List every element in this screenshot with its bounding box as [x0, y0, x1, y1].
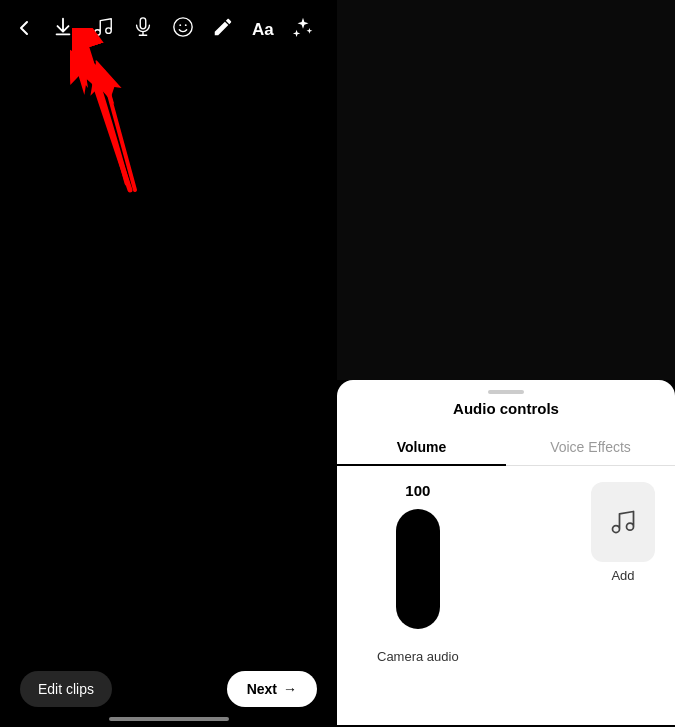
back-button[interactable]	[14, 18, 34, 43]
svg-point-2	[179, 24, 181, 26]
sheet-handle[interactable]	[337, 380, 675, 400]
sheet-handle-bar	[488, 390, 524, 394]
arrow-annotation	[90, 50, 150, 170]
left-panel: Aa	[0, 0, 337, 727]
add-label: Add	[611, 568, 634, 583]
add-voice-effect-button[interactable]	[591, 482, 655, 562]
volume-value: 100	[405, 482, 430, 499]
volume-slider-container[interactable]	[396, 509, 440, 629]
svg-rect-0	[140, 18, 146, 29]
draw-icon[interactable]	[212, 16, 234, 44]
bottom-bar: Edit clips Next →	[0, 671, 337, 707]
right-panel: Audio controls Volume Voice Effects 100 …	[337, 0, 675, 727]
tab-voice-effects[interactable]: Voice Effects	[506, 429, 675, 465]
volume-section: 100 Camera audio	[357, 482, 479, 664]
svg-point-3	[185, 24, 187, 26]
next-button[interactable]: Next →	[227, 671, 317, 707]
text-icon[interactable]: Aa	[252, 20, 274, 40]
top-toolbar: Aa	[0, 0, 337, 60]
svg-point-1	[174, 18, 192, 36]
bottom-sheet: Audio controls Volume Voice Effects 100 …	[337, 380, 675, 725]
volume-slider[interactable]	[396, 509, 440, 629]
content-row: 100 Camera audio Add	[337, 482, 675, 664]
emoji-icon[interactable]	[172, 16, 194, 44]
home-indicator	[109, 717, 229, 721]
download-icon[interactable]	[52, 16, 74, 44]
tab-volume[interactable]: Volume	[337, 429, 506, 465]
svg-marker-5	[95, 60, 115, 100]
next-arrow-icon: →	[283, 681, 297, 697]
edit-clips-button[interactable]: Edit clips	[20, 671, 112, 707]
add-button-area: Add	[591, 482, 655, 583]
music-note-icon	[609, 508, 637, 536]
tabs-row: Volume Voice Effects	[337, 429, 675, 466]
sparkle-icon[interactable]	[292, 16, 314, 44]
music-icon[interactable]	[92, 16, 114, 44]
sheet-title: Audio controls	[337, 400, 675, 429]
camera-audio-label: Camera audio	[377, 649, 459, 664]
mic-icon[interactable]	[132, 16, 154, 44]
right-dark-area	[337, 0, 675, 380]
svg-line-4	[105, 80, 135, 190]
svg-line-6	[90, 70, 130, 190]
